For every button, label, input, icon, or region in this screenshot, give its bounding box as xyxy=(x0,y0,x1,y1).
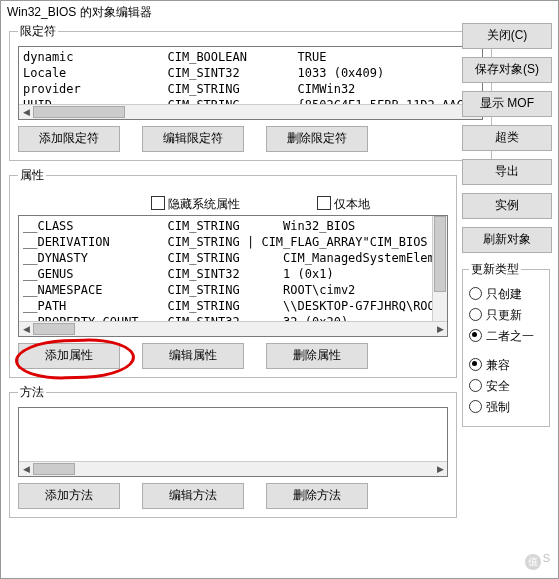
radio-option[interactable]: 只更新 xyxy=(469,307,543,324)
h-scrollbar[interactable]: ◀▶ xyxy=(19,104,482,119)
hide-system-label: 隐藏系统属性 xyxy=(168,197,240,211)
edit-qualifier-button[interactable]: 编辑限定符 xyxy=(142,126,244,152)
edit-attribute-button[interactable]: 编辑属性 xyxy=(142,343,244,369)
delete-qualifier-button[interactable]: 删除限定符 xyxy=(266,126,368,152)
radio-option[interactable]: 安全 xyxy=(469,378,543,395)
save-object-button[interactable]: 保存对象(S) xyxy=(462,57,552,83)
superclass-button[interactable]: 超类 xyxy=(462,125,552,151)
qualifiers-legend: 限定符 xyxy=(18,23,58,40)
add-attribute-button[interactable]: 添加属性 xyxy=(18,343,120,369)
qualifiers-list[interactable]: dynamic CIM_BOOLEAN TRUE Locale CIM_SINT… xyxy=(18,46,483,120)
add-method-button[interactable]: 添加方法 xyxy=(18,483,120,509)
update-type-group: 更新类型 只创建只更新二者之一 兼容安全强制 xyxy=(462,261,550,427)
object-editor-window: Win32_BIOS 的对象编辑器 限定符 dynamic CIM_BOOLEA… xyxy=(0,0,559,579)
radio-option[interactable]: 二者之一 xyxy=(469,328,543,345)
export-button[interactable]: 导出 xyxy=(462,159,552,185)
methods-list[interactable]: ◀▶ xyxy=(18,407,448,477)
local-only-label: 仅本地 xyxy=(334,197,370,211)
v-scrollbar[interactable] xyxy=(432,216,447,322)
update-type-legend: 更新类型 xyxy=(469,261,521,278)
hide-system-checkbox[interactable] xyxy=(151,196,165,210)
attributes-legend: 属性 xyxy=(18,167,46,184)
local-only-checkbox[interactable] xyxy=(317,196,331,210)
radio-option[interactable]: 兼容 xyxy=(469,357,543,374)
attributes-list[interactable]: __CLASS CIM_STRING Win32_BIOS __DERIVATI… xyxy=(18,215,448,337)
show-mof-button[interactable]: 显示 MOF xyxy=(462,91,552,117)
refresh-object-button[interactable]: 刷新对象 xyxy=(462,227,552,253)
close-button[interactable]: 关闭(C) xyxy=(462,23,552,49)
radio-option[interactable]: 强制 xyxy=(469,399,543,416)
watermark: 值S xyxy=(525,552,550,570)
attributes-group: 属性 隐藏系统属性 仅本地 __CLASS CIM_STRING Win32_B… xyxy=(9,167,457,378)
edit-method-button[interactable]: 编辑方法 xyxy=(142,483,244,509)
delete-method-button[interactable]: 删除方法 xyxy=(266,483,368,509)
h-scrollbar[interactable]: ◀▶ xyxy=(19,461,447,476)
delete-attribute-button[interactable]: 删除属性 xyxy=(266,343,368,369)
window-title: Win32_BIOS 的对象编辑器 xyxy=(1,1,558,23)
add-qualifier-button[interactable]: 添加限定符 xyxy=(18,126,120,152)
instance-button[interactable]: 实例 xyxy=(462,193,552,219)
qualifiers-group: 限定符 dynamic CIM_BOOLEAN TRUE Locale CIM_… xyxy=(9,23,492,161)
methods-group: 方法 ◀▶ 添加方法 编辑方法 删除方法 xyxy=(9,384,457,518)
methods-legend: 方法 xyxy=(18,384,46,401)
radio-option[interactable]: 只创建 xyxy=(469,286,543,303)
h-scrollbar[interactable]: ◀▶ xyxy=(19,321,447,336)
